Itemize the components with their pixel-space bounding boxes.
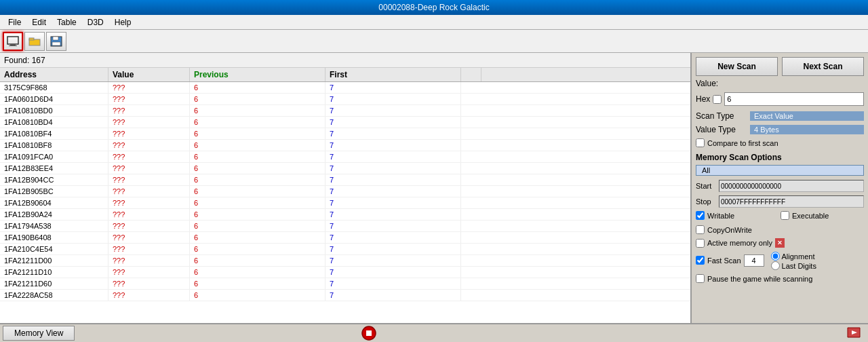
compare-checkbox[interactable] <box>696 138 705 147</box>
col-value: Value <box>108 68 190 81</box>
table-row[interactable]: 1FA21211D60 ??? 6 7 <box>0 278 690 290</box>
table-row[interactable]: 1FA12B90A24 ??? 6 7 <box>0 209 690 221</box>
hex-row: Hex <box>696 92 864 106</box>
cell-previous: 6 <box>190 278 326 289</box>
cell-first: 7 <box>326 163 461 174</box>
scan-buttons: New Scan Next Scan <box>696 57 864 76</box>
table-row[interactable]: 1FA12B90604 ??? 6 7 <box>0 197 690 209</box>
cell-first: 7 <box>326 197 461 208</box>
table-row[interactable]: 1FA210C4E54 ??? 6 7 <box>0 244 690 255</box>
writable-checkbox[interactable] <box>696 211 705 220</box>
all-button[interactable]: All <box>696 165 864 176</box>
found-count: Found: 167 <box>4 56 45 65</box>
fast-scan-checkbox[interactable] <box>696 256 705 265</box>
active-memory-checkbox[interactable] <box>696 239 705 248</box>
table-body[interactable]: 3175C9F868 ??? 6 7 1FA0601D6D4 ??? 6 7 1… <box>0 82 690 323</box>
memory-options-title: Memory Scan Options <box>696 153 864 162</box>
scan-type-value[interactable]: Exact Value <box>750 111 864 121</box>
stop-input[interactable] <box>719 195 864 208</box>
cell-value: ??? <box>108 163 190 174</box>
svg-rect-6 <box>53 37 58 40</box>
title-text: 00002088-Deep Rock Galactic <box>378 3 489 12</box>
table-row[interactable]: 1FA10810BD4 ??? 6 7 <box>0 117 690 128</box>
start-label: Start <box>696 182 716 190</box>
table-row[interactable]: 1FA10810BF4 ??? 6 7 <box>0 128 690 140</box>
menu-file[interactable]: File <box>3 16 26 28</box>
table-row[interactable]: 1FA12B905BC ??? 6 7 <box>0 186 690 197</box>
cell-previous: 6 <box>190 128 326 139</box>
alignment-option: Alignment <box>771 252 816 261</box>
menu-help[interactable]: Help <box>109 16 137 28</box>
table-row[interactable]: 1FA1794A538 ??? 6 7 <box>0 221 690 232</box>
monitor-icon <box>7 36 19 47</box>
cell-first: 7 <box>326 267 461 278</box>
active-memory-x[interactable]: ✕ <box>775 238 785 248</box>
open-button[interactable] <box>24 32 45 51</box>
next-scan-button[interactable]: Next Scan <box>782 57 864 76</box>
cell-value: ??? <box>108 174 190 185</box>
menu-d3d[interactable]: D3D <box>82 16 109 28</box>
save-button[interactable] <box>46 32 66 51</box>
cell-previous: 6 <box>190 151 326 162</box>
table-row[interactable]: 1FA12B83EE4 ??? 6 7 <box>0 163 690 174</box>
table-row[interactable]: 1FA2228AC58 ??? 6 7 <box>0 290 690 301</box>
cell-previous: 6 <box>190 94 326 104</box>
cell-first: 7 <box>326 82 461 93</box>
cell-value: ??? <box>108 278 190 289</box>
memory-view-button[interactable]: Memory View <box>3 326 75 341</box>
pause-game-checkbox[interactable] <box>696 274 705 283</box>
cell-previous: 6 <box>190 197 326 208</box>
menu-edit[interactable]: Edit <box>26 16 52 28</box>
table-row[interactable]: 3175C9F868 ??? 6 7 <box>0 82 690 94</box>
cell-first: 7 <box>326 278 461 289</box>
start-input[interactable] <box>719 180 864 192</box>
copy-on-write-checkbox[interactable] <box>696 225 705 234</box>
menu-table[interactable]: Table <box>52 16 82 28</box>
compare-row: Compare to first scan <box>696 138 864 147</box>
value-type-value[interactable]: 4 Bytes <box>750 125 864 134</box>
table-row[interactable]: 1FA10810BF8 ??? 6 7 <box>0 140 690 151</box>
executable-checkbox[interactable] <box>781 211 789 220</box>
value-type-row: Value Type 4 Bytes <box>696 125 864 134</box>
cell-previous: 6 <box>190 117 326 128</box>
cell-address: 1FA0601D6D4 <box>0 94 108 104</box>
red-arrow-icon[interactable] <box>846 325 861 340</box>
cell-value: ??? <box>108 244 190 254</box>
cell-previous: 6 <box>190 255 326 266</box>
cell-value: ??? <box>108 151 190 162</box>
writable-label: Writable <box>707 212 734 220</box>
table-row[interactable]: 1FA12B904CC ??? 6 7 <box>0 174 690 186</box>
last-digits-label: Last Digits <box>782 262 816 270</box>
cell-address: 1FA12B90604 <box>0 197 108 208</box>
table-row[interactable]: 1FA21211D10 ??? 6 7 <box>0 267 690 278</box>
copy-on-write-row: CopyOnWrite <box>696 225 864 234</box>
cell-value: ??? <box>108 232 190 243</box>
cell-address: 1FA12B904CC <box>0 174 108 185</box>
table-row[interactable]: 1FA21211D00 ??? 6 7 <box>0 255 690 267</box>
cell-first: 7 <box>326 221 461 231</box>
table-row[interactable]: 1FA0601D6D4 ??? 6 7 <box>0 94 690 105</box>
hex-checkbox[interactable] <box>713 95 722 104</box>
svg-rect-9 <box>366 330 372 336</box>
cell-previous: 6 <box>190 267 326 278</box>
value-input[interactable] <box>724 92 864 106</box>
col-previous: Previous <box>190 68 326 81</box>
fast-scan-input[interactable] <box>744 254 764 267</box>
title-bar: 00002088-Deep Rock Galactic <box>0 0 868 15</box>
cell-address: 1FA210C4E54 <box>0 244 108 254</box>
table-row[interactable]: 1FA190B6408 ??? 6 7 <box>0 232 690 244</box>
monitor-button[interactable] <box>3 32 23 51</box>
col-first: First <box>326 68 461 81</box>
cell-address: 1FA2228AC58 <box>0 290 108 301</box>
last-digits-radio[interactable] <box>771 261 780 270</box>
stop-icon[interactable] <box>361 326 376 341</box>
cell-previous: 6 <box>190 209 326 220</box>
cell-value: ??? <box>108 94 190 104</box>
cell-value: ??? <box>108 128 190 139</box>
table-row[interactable]: 1FA10810BD0 ??? 6 7 <box>0 105 690 117</box>
table-row[interactable]: 1FA1091FCA0 ??? 6 7 <box>0 151 690 163</box>
new-scan-button[interactable]: New Scan <box>696 57 778 76</box>
cell-first: 7 <box>326 209 461 220</box>
alignment-radio[interactable] <box>771 252 780 261</box>
cell-first: 7 <box>326 151 461 162</box>
